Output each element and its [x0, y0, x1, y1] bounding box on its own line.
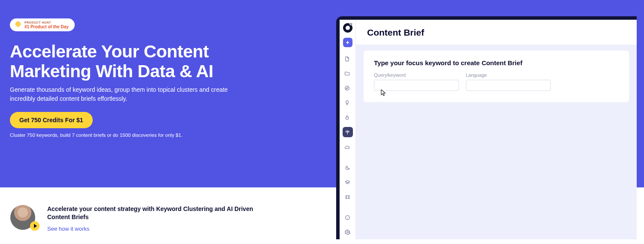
- language-field-wrap: Language: [466, 72, 551, 91]
- badge-lower: #1 Product of the Day: [24, 25, 69, 29]
- settings-icon[interactable]: [343, 227, 352, 237]
- app-main: Content Brief Type your focus keyword to…: [356, 20, 637, 239]
- cluster-icon[interactable]: [343, 192, 352, 202]
- cloud-icon[interactable]: [343, 142, 352, 152]
- app-logo-icon[interactable]: [343, 23, 352, 33]
- app-title: Content Brief: [367, 27, 626, 38]
- app-header: Content Brief: [356, 20, 637, 45]
- language-label: Language: [466, 72, 551, 78]
- brief-heading: Type your focus keyword to create Conten…: [374, 59, 619, 66]
- lightbulb-icon[interactable]: [343, 98, 352, 107]
- app-inner: +: [340, 20, 637, 239]
- sidebar: +: [340, 20, 356, 239]
- svg-point-0: [345, 86, 349, 90]
- product-hunt-badge[interactable]: PRODUCT HUNT #1 Product of the Day: [10, 18, 75, 31]
- app-window: +: [336, 16, 637, 239]
- cta-button[interactable]: Get 750 Credits For $1: [10, 112, 93, 128]
- document-icon[interactable]: [343, 54, 352, 63]
- svg-rect-1: [346, 117, 349, 119]
- keyword-input[interactable]: [374, 80, 459, 91]
- ribbon-icon: [14, 21, 21, 28]
- cta-subtext: Cluster 750 keywords, build 7 content br…: [10, 133, 182, 138]
- badge-text: PRODUCT HUNT #1 Product of the Day: [24, 21, 69, 29]
- add-button[interactable]: +: [343, 38, 352, 47]
- keyword-field-wrap: Query/keyword: [374, 72, 459, 91]
- svg-point-5: [349, 198, 349, 199]
- hero-headline: Accelerate Your Content Marketing With D…: [10, 42, 213, 81]
- signpost-icon[interactable]: [343, 127, 353, 137]
- lock-icon[interactable]: [343, 112, 352, 122]
- hero-subhead: Generate thousands of keyword ideas, gro…: [10, 85, 250, 103]
- content-brief-card: Type your focus keyword to create Conten…: [364, 51, 629, 102]
- headline-line1: Accelerate Your Content: [10, 42, 209, 61]
- layers-icon[interactable]: [343, 178, 352, 187]
- moon-icon[interactable]: [343, 163, 352, 172]
- play-icon[interactable]: [30, 221, 39, 231]
- see-how-link[interactable]: See how it works: [47, 226, 89, 232]
- testimonial-title: Accelerate your content strategy with Ke…: [47, 205, 270, 221]
- svg-point-4: [346, 198, 346, 199]
- help-icon[interactable]: [343, 213, 352, 222]
- app-body: Type your focus keyword to create Conten…: [356, 45, 637, 239]
- svg-point-7: [347, 231, 348, 232]
- avatar-wrap[interactable]: [10, 205, 35, 230]
- folder-icon[interactable]: [343, 69, 352, 78]
- keyword-label: Query/keyword: [374, 72, 459, 78]
- headline-line2: Marketing With Data & AI: [10, 61, 213, 81]
- language-input[interactable]: [466, 80, 551, 91]
- testimonial: Accelerate your content strategy with Ke…: [10, 205, 270, 232]
- compass-icon[interactable]: [343, 83, 352, 93]
- svg-point-2: [346, 195, 346, 196]
- badge-upper: PRODUCT HUNT: [24, 21, 69, 24]
- svg-point-3: [349, 195, 349, 196]
